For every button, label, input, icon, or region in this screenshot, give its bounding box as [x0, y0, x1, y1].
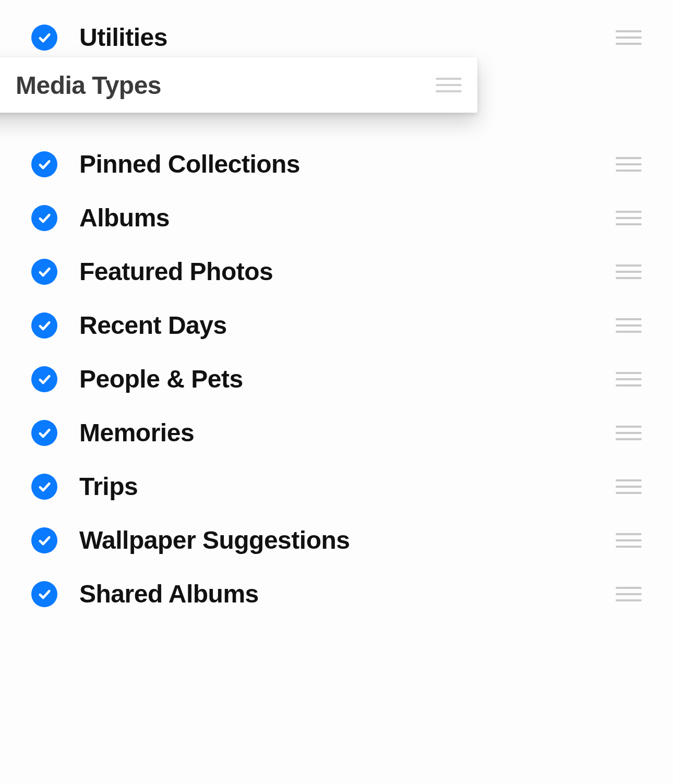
checkmark-icon[interactable]	[31, 205, 57, 231]
list-item-label: Memories	[79, 418, 616, 447]
list-item[interactable]: Albums	[0, 191, 673, 245]
list-item-dragging[interactable]: Media Types	[0, 57, 477, 113]
checkmark-icon[interactable]	[31, 474, 57, 500]
drag-handle-icon[interactable]	[616, 584, 642, 605]
list-item[interactable]: Recent Days	[0, 298, 673, 352]
drag-handle-icon[interactable]	[616, 476, 642, 497]
drag-handle-icon[interactable]	[616, 315, 642, 336]
list-item[interactable]: Trips	[0, 460, 673, 513]
drag-handle-icon[interactable]	[616, 154, 642, 175]
list-item-label: Recent Days	[79, 311, 616, 340]
list-item-label: People & Pets	[79, 365, 616, 393]
reorderable-list: Utilities Media Types Pinned Collections	[0, 0, 673, 621]
list-item-label: Media Types	[16, 71, 436, 100]
list-item-label: Utilities	[79, 23, 616, 52]
checkmark-icon[interactable]	[31, 312, 57, 339]
checkmark-icon[interactable]	[31, 527, 57, 553]
list-item[interactable]: Utilities	[0, 10, 673, 64]
list-item-label: Trips	[79, 472, 616, 501]
checkmark-icon[interactable]	[31, 259, 57, 285]
checkmark-icon[interactable]	[31, 151, 57, 177]
list-item-label: Shared Albums	[79, 580, 616, 608]
list-item-label: Pinned Collections	[79, 150, 616, 178]
list-item[interactable]: Featured Photos	[0, 245, 673, 298]
drag-handle-icon[interactable]	[616, 261, 642, 282]
drag-handle-icon[interactable]	[616, 423, 642, 443]
list-item[interactable]: People & Pets	[0, 352, 673, 406]
drag-handle-icon[interactable]	[616, 208, 642, 228]
drag-handle-icon[interactable]	[616, 27, 642, 48]
checkmark-icon[interactable]	[31, 25, 57, 51]
checkmark-icon[interactable]	[31, 420, 57, 446]
list-item[interactable]: Wallpaper Suggestions	[0, 513, 673, 567]
list-item[interactable]: Pinned Collections	[0, 137, 673, 191]
list-item-label: Featured Photos	[79, 257, 616, 286]
checkmark-icon[interactable]	[31, 366, 57, 392]
list-item-label: Albums	[79, 203, 616, 232]
list-item[interactable]: Shared Albums	[0, 567, 673, 621]
drag-handle-icon[interactable]	[616, 530, 642, 551]
drag-handle-icon[interactable]	[616, 369, 642, 390]
list-item[interactable]: Memories	[0, 406, 673, 460]
drag-handle-icon[interactable]	[436, 75, 462, 95]
checkmark-icon[interactable]	[31, 581, 57, 607]
list-item-label: Wallpaper Suggestions	[79, 526, 616, 554]
